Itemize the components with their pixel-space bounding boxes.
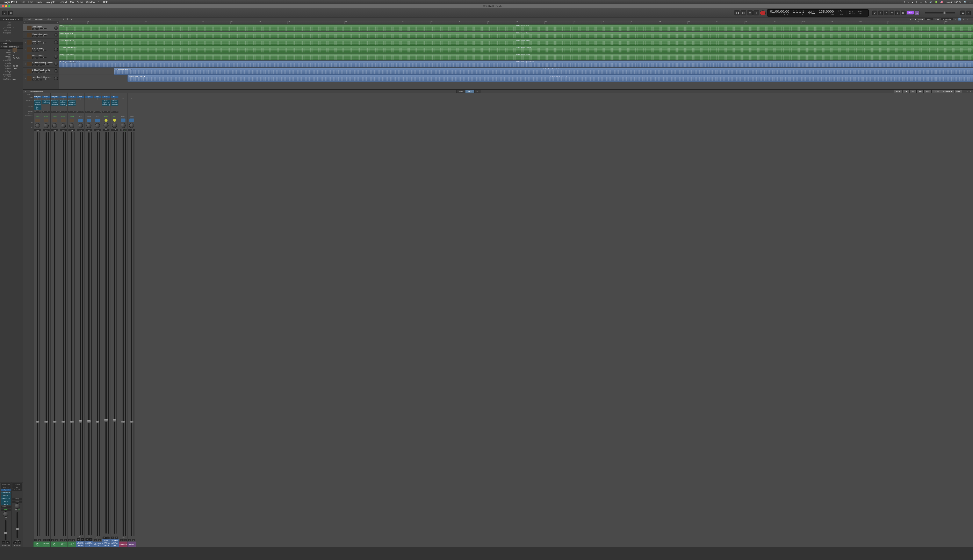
input-slot[interactable]: Vintage B3 [51,96,59,98]
automation-icon[interactable]: ✎ [63,18,64,20]
fx-slot[interactable]: Channel EQ [68,104,76,106]
fx-slot[interactable]: Space D [102,102,110,103]
lcd-display[interactable]: 01:00:00:001 1 1 1 1 1 1 11 1 1 44.1 135… [767,9,869,16]
view-menu[interactable]: View [47,18,53,20]
fx-slot[interactable]: Compressor [34,100,42,102]
mode-button[interactable]: ▲ [915,10,919,15]
track-m-button[interactable]: M [32,64,34,66]
track-header[interactable]: 1 Jazz Organ MSR [23,24,59,32]
track-r-button[interactable]: R [37,28,39,30]
fx-slot[interactable]: Channel EQ [42,102,50,104]
insp-row[interactable]: Vel Limit:1 127 [0,67,23,70]
play-button[interactable]: ▶ [754,10,759,15]
menu-1[interactable]: 1 [98,1,100,3]
menu-track[interactable]: Track [36,1,42,3]
strip-s-button[interactable]: S [107,537,110,539]
track-pan[interactable] [54,62,58,66]
track-m-button[interactable]: M [32,57,34,59]
tuner-button[interactable]: ♪ [878,10,883,15]
track-s-button[interactable]: S [35,50,37,52]
ruler-tick[interactable]: 21 [202,21,231,24]
track-pan[interactable] [54,40,58,44]
track-s-button[interactable]: S [35,72,37,73]
track-pan[interactable] [54,33,58,37]
track-icon[interactable] [27,76,32,80]
fx-slot[interactable]: Chorus [102,100,110,102]
ruler-tick[interactable]: 17 [173,21,202,24]
fx-slot[interactable]: Compressor [68,100,76,102]
add-track-button[interactable]: + [24,22,25,23]
pan-knob[interactable] [86,123,91,128]
track-volume[interactable] [42,72,49,72]
output-slot[interactable]: Stereo Out [102,111,110,113]
insp-row[interactable]: - . - [0,34,23,37]
track-header[interactable]: 7 2-Step Push Beat 01 MSRI [23,68,59,75]
mixer-filter-inst[interactable]: Inst [903,90,909,93]
insp-row[interactable]: Q-Swing: [0,29,23,32]
track-icon[interactable] [27,69,32,73]
fader[interactable] [17,512,18,538]
ruler-tick[interactable]: 5 [88,21,116,24]
insp-row[interactable]: Transpose: [0,59,23,62]
track-icon[interactable] [27,47,32,52]
window-titlebar[interactable]: ▤ Untitled 3 - Tracks [0,4,973,8]
insp-row[interactable]: Mute: [0,21,23,23]
app-name[interactable]: Logic Pro X [4,1,18,3]
io-icon[interactable]: ◉ [131,98,132,100]
strip-m-button[interactable]: M [102,537,106,539]
bluetooth-icon[interactable]: ᛒ [916,1,917,3]
ruler-tick[interactable]: 61 [488,21,516,24]
strip-s-button[interactable]: S [55,539,58,541]
mixer-filter-input[interactable]: Input [924,90,931,93]
ruler[interactable]: 1591317212529333741454953576165697377818… [59,21,973,24]
strip-s-button[interactable]: S [98,539,101,541]
mix-options-menu[interactable]: Options [32,90,39,92]
track-r-button[interactable]: R [37,50,39,52]
track-name[interactable]: Classical Acoustic [32,33,53,35]
menu-help[interactable]: Help [103,1,108,3]
ruler-tick[interactable]: 105 [802,21,830,24]
ruler-tick[interactable]: 125 [945,21,973,24]
sync-icon[interactable]: ↻ [908,1,909,3]
ruler-tick[interactable]: 113 [859,21,888,24]
strip-m-button[interactable]: M [69,539,72,541]
wifi-icon[interactable]: ⊜ [925,1,927,3]
zoom-horiz-icon[interactable]: ⇔ [966,18,968,20]
fader[interactable] [110,131,119,534]
fx-slot[interactable]: Overdrive [68,102,76,103]
track-i-button[interactable]: I [40,72,42,73]
fx-slot[interactable]: Channel EQ [111,104,118,106]
io-icon[interactable]: ◉ [54,98,55,100]
fader[interactable] [127,132,136,537]
strip-label[interactable]: 70s Choral Riff Layers [93,542,102,547]
ruler-tick[interactable]: 121 [916,21,945,24]
strip-s-button[interactable]: S [81,538,84,540]
strip-m-button[interactable]: M [94,539,97,541]
pan-knob[interactable] [35,123,40,128]
output-slot[interactable]: Stereo Out [111,111,118,113]
alt-tool[interactable]: + ▾ [913,18,916,20]
io-icon[interactable]: ◉ [37,98,38,100]
strip-icon[interactable] [78,118,82,122]
strip-s-button[interactable]: S [124,539,127,541]
fader[interactable] [50,132,59,537]
ruler-tick[interactable]: 13 [145,21,173,24]
track-s-button[interactable]: S [35,43,37,45]
ruler-tick[interactable]: 73 [573,21,602,24]
arrange-area[interactable]: 1591317212529333741454953576165697377818… [59,21,973,89]
strip-m-button[interactable]: M [85,538,89,540]
mixer-tab-tracks[interactable]: Tracks [465,90,475,93]
input-slot[interactable]: Guitar [42,96,50,98]
pan-knob[interactable] [78,123,83,128]
close-button[interactable] [2,5,4,7]
input-slot[interactable]: Bus 1 [102,96,110,98]
strip-s-button[interactable]: S [38,539,41,541]
io-icon[interactable]: ◉ [122,98,124,100]
pan-knob[interactable] [61,123,66,128]
duplicate-track-button[interactable]: ▭ [27,22,29,23]
ruler-tick[interactable]: 97 [744,21,773,24]
track-icon[interactable] [27,62,32,66]
ruler-tick[interactable]: 69 [545,21,573,24]
strip-label[interactable]: Stereo Out [119,542,127,547]
track-m-button[interactable]: M [32,72,34,73]
